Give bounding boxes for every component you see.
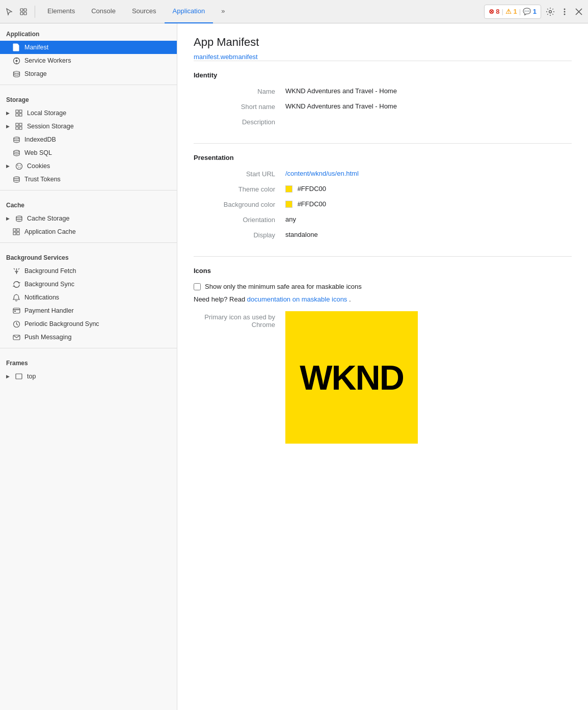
inspect-icon[interactable] <box>18 7 29 17</box>
settings-icon[interactable] <box>545 7 555 17</box>
tab-more[interactable]: » <box>213 0 233 23</box>
svg-point-5 <box>564 8 566 10</box>
sidebar-item-application-cache[interactable]: Application Cache <box>0 225 177 238</box>
svg-point-31 <box>20 167 20 167</box>
svg-point-24 <box>14 137 19 139</box>
content-panel: App Manifest manifest.webmanifest Identi… <box>177 23 588 710</box>
sidebar-item-bg-fetch[interactable]: Background Fetch <box>0 264 177 278</box>
tab-application[interactable]: Application <box>165 0 213 23</box>
icons-section-title: Icons <box>194 267 572 275</box>
theme-color-value: #FFDC00 <box>285 185 326 193</box>
arrow-cookies: ▶ <box>6 163 10 169</box>
sidebar-item-cache-storage[interactable]: ▶ Cache Storage <box>0 212 177 225</box>
divider-4 <box>0 348 177 348</box>
start-url-value[interactable]: /content/wknd/us/en.html <box>285 170 359 177</box>
start-url-label: Start URL <box>194 170 285 178</box>
cursor-icon[interactable] <box>4 7 14 17</box>
maskable-docs-link[interactable]: documentation on maskable icons <box>247 295 348 303</box>
arrow-cache-storage: ▶ <box>6 216 10 221</box>
svg-point-25 <box>14 150 19 152</box>
session-storage-icon <box>15 122 23 130</box>
bg-sync-icon <box>12 280 20 288</box>
service-workers-label: Service Workers <box>24 57 71 64</box>
session-storage-label: Session Storage <box>27 123 74 130</box>
close-icon[interactable] <box>574 7 584 17</box>
svg-point-33 <box>16 216 22 218</box>
identity-section: Identity Name WKND Adventures and Travel… <box>194 61 572 143</box>
field-theme-color: Theme color #FFDC00 <box>194 185 572 193</box>
trust-tokens-label: Trust Tokens <box>24 176 61 183</box>
sidebar: Application Manifest Service Workers Sto… <box>0 23 177 710</box>
payment-handler-label: Payment Handler <box>24 307 74 314</box>
sidebar-item-top[interactable]: ▶ top <box>0 370 177 383</box>
application-cache-label: Application Cache <box>24 228 76 235</box>
manifest-label: Manifest <box>24 44 48 51</box>
local-storage-icon <box>15 109 23 117</box>
wknd-icon-text: WKND <box>300 358 404 397</box>
tab-sources[interactable]: Sources <box>124 0 165 23</box>
svg-rect-43 <box>13 308 20 313</box>
primary-icon-label: Primary icon as used by Chrome <box>194 311 285 329</box>
sidebar-item-local-storage[interactable]: ▶ Local Storage <box>0 106 177 120</box>
local-storage-label: Local Storage <box>27 110 66 117</box>
cookies-label: Cookies <box>27 162 50 170</box>
sidebar-item-push-messaging[interactable]: Push Messaging <box>0 331 177 344</box>
notifications-label: Notifications <box>24 294 59 301</box>
svg-rect-35 <box>17 229 19 231</box>
short-name-value: WKND Adventures and Travel - Home <box>285 102 397 110</box>
field-description: Description <box>194 118 572 126</box>
svg-line-40 <box>14 268 15 269</box>
tab-console[interactable]: Console <box>83 0 124 23</box>
toolbar-icons <box>4 7 29 17</box>
cache-storage-icon <box>15 214 23 223</box>
manifest-file-link[interactable]: manifest.webmanifest <box>194 53 258 61</box>
cache-storage-label: Cache Storage <box>27 215 69 222</box>
sidebar-section-storage: Storage <box>0 89 177 106</box>
toolbar: Elements Console Sources Application » ⊗… <box>0 0 588 23</box>
sidebar-item-bg-sync[interactable]: Background Sync <box>0 278 177 291</box>
svg-point-4 <box>549 10 552 13</box>
tab-list: Elements Console Sources Application » <box>39 0 484 23</box>
sidebar-item-cookies[interactable]: ▶ Cookies <box>0 159 177 173</box>
sidebar-item-payment-handler[interactable]: Payment Handler <box>0 304 177 317</box>
sidebar-item-trust-tokens[interactable]: Trust Tokens <box>0 173 177 186</box>
sidebar-item-indexeddb[interactable]: IndexedDB <box>0 133 177 146</box>
field-short-name: Short name WKND Adventures and Travel - … <box>194 102 572 111</box>
svg-rect-17 <box>19 110 22 113</box>
sidebar-item-storage[interactable]: Storage <box>0 67 177 80</box>
maskable-label[interactable]: Show only the minimum safe area for mask… <box>205 283 362 290</box>
svg-point-7 <box>564 13 566 15</box>
icons-section: Icons Show only the minimum safe area fo… <box>194 256 572 454</box>
sidebar-item-web-sql[interactable]: Web SQL <box>0 146 177 159</box>
svg-point-26 <box>16 163 22 169</box>
wknd-icon-preview: WKND <box>285 311 418 444</box>
divider-2 <box>0 190 177 190</box>
sidebar-item-service-workers[interactable]: Service Workers <box>0 54 177 67</box>
svg-line-41 <box>18 268 19 269</box>
svg-point-12 <box>15 60 17 62</box>
sidebar-section-cache: Cache <box>0 195 177 212</box>
sidebar-item-manifest[interactable]: Manifest <box>0 41 177 54</box>
sidebar-item-session-storage[interactable]: ▶ Session Storage <box>0 120 177 133</box>
sidebar-section-frames: Frames <box>0 352 177 370</box>
indexeddb-label: IndexedDB <box>24 136 56 143</box>
service-workers-icon <box>12 57 20 65</box>
bg-color-hex: #FFDC00 <box>298 200 326 208</box>
tab-elements[interactable]: Elements <box>39 0 83 23</box>
sidebar-item-notifications[interactable]: Notifications <box>0 291 177 304</box>
sidebar-item-periodic-bg-sync[interactable]: Periodic Background Sync <box>0 317 177 331</box>
more-icon[interactable] <box>559 7 570 17</box>
badge-group[interactable]: ⊗ 8 | ⚠ 1 | 💬 1 <box>484 5 541 19</box>
arrow-session-storage: ▶ <box>6 124 10 129</box>
maskable-checkbox[interactable] <box>194 283 201 290</box>
svg-rect-20 <box>16 123 18 126</box>
field-name: Name WKND Adventures and Travel - Home <box>194 87 572 95</box>
primary-icon-row: Primary icon as used by Chrome WKND <box>194 311 572 444</box>
manifest-icon <box>12 43 20 51</box>
svg-rect-21 <box>19 123 22 126</box>
divider-3 <box>0 242 177 243</box>
svg-rect-18 <box>16 114 18 116</box>
help-text: Need help? Read documentation on maskabl… <box>194 295 572 303</box>
svg-point-28 <box>19 165 20 166</box>
orientation-label: Orientation <box>194 215 285 224</box>
